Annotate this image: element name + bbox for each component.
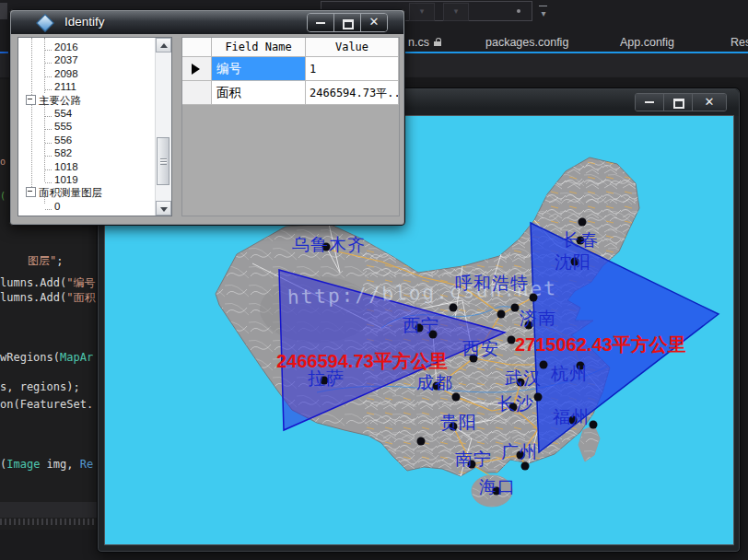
maximize-icon	[673, 99, 684, 109]
city-label-福州: 福州	[553, 405, 590, 429]
city-dot	[511, 304, 520, 312]
identify-title: Identify	[64, 15, 105, 29]
identify-titlebar[interactable]: Identify ✕	[11, 11, 403, 34]
code-fragment: s, regions);	[0, 380, 80, 393]
city-label-呼和浩特: 呼和浩特	[455, 272, 529, 296]
tree-item-1019[interactable]: 1019	[18, 173, 78, 186]
map-canvas[interactable]: http://blog.csdn.net 乌鲁木齐长春沈阳呼和浩特济南西宁西安拉…	[104, 115, 734, 545]
city-label-长沙: 长沙	[497, 392, 534, 416]
tree-connector	[45, 150, 52, 157]
identify-diamond-icon	[36, 14, 54, 32]
screen: ▾ ▾ ▾ N n.cs packages.config App.config …	[0, 0, 748, 560]
cell-value-mianji[interactable]: 2466594.73平...	[306, 81, 399, 105]
grid-row-2[interactable]: 面积 2466594.73平...	[182, 81, 399, 105]
tree-connector	[45, 204, 52, 210]
tree-connector	[45, 164, 52, 170]
city-dot	[530, 294, 538, 302]
city-label-乌鲁木齐: 乌鲁木齐	[292, 233, 366, 257]
tree-item-554[interactable]: 554	[18, 107, 72, 120]
tree-item-555[interactable]: 555	[18, 120, 72, 133]
city-dot	[590, 421, 598, 429]
tree-item-556[interactable]: 556	[18, 134, 72, 146]
city-label-广州: 广州	[501, 440, 538, 464]
map-window: ✕	[97, 88, 741, 553]
identify-maximize-button[interactable]	[334, 14, 361, 31]
arrow-up-icon	[160, 43, 168, 48]
code-fragment: (Image img, Re	[0, 458, 93, 471]
combobox-dot-icon	[517, 9, 520, 13]
tree-item-label: 主要公路	[39, 95, 81, 106]
map-window-controls: ✕	[635, 93, 727, 111]
toolbar-overflow-chevron-icon[interactable]: ▾	[538, 9, 549, 18]
tree-item-2111[interactable]: 2111	[18, 80, 76, 93]
city-label-成都: 成都	[416, 371, 453, 395]
tree-connector	[45, 111, 52, 117]
city-dot	[534, 393, 543, 402]
identify-minimize-button[interactable]	[308, 14, 334, 31]
tree-item-1018[interactable]: 1018	[18, 160, 78, 173]
tree-item-label: 555	[54, 121, 72, 132]
close-icon: ✕	[361, 14, 387, 31]
cell-value-bianhao[interactable]: 1	[306, 57, 399, 81]
tree-item-label: 面积测量图层	[39, 187, 102, 198]
current-row-arrow-icon	[192, 64, 200, 75]
row-header-2[interactable]	[182, 81, 212, 105]
city-dot	[417, 438, 426, 446]
city-dot	[497, 310, 506, 319]
tree-connector	[45, 44, 52, 51]
collapse-box-icon[interactable]	[26, 95, 36, 105]
map-labels-layer: 乌鲁木齐长春沈阳呼和浩特济南西宁西安拉萨成都武汉杭州长沙贵阳福州南宁广州海口24…	[105, 116, 733, 544]
code-fragment: lumns.Add("面积	[0, 290, 95, 306]
tree-connector	[45, 57, 52, 64]
city-dot	[450, 304, 458, 312]
minimize-icon	[316, 22, 325, 24]
tree-item-2016[interactable]: 2016	[18, 41, 78, 53]
splitter-dots[interactable]	[0, 519, 103, 525]
collapse-box-icon[interactable]	[26, 187, 36, 197]
lock-icon	[434, 38, 442, 46]
grid-row-1[interactable]: 编号 1	[182, 57, 399, 81]
tree-item-label: 2098	[54, 68, 78, 79]
toolbar-dropdown-2[interactable]: ▾	[443, 3, 469, 21]
vs-menu-icon	[0, 3, 7, 19]
tree-item-2037[interactable]: 2037	[18, 53, 78, 66]
tree-connector	[45, 84, 52, 90]
tree-item-label: 1019	[54, 174, 78, 185]
tree-item-主要公路[interactable]: 主要公路	[18, 94, 81, 107]
tree-item-label: 2016	[54, 41, 78, 52]
area-measurement-label-1: 2466594.73平方公里	[276, 349, 448, 374]
city-label-济南: 济南	[520, 307, 556, 331]
tab-ncs[interactable]: n.cs	[408, 36, 442, 49]
area-measurement-label-2: 2715062.43平方公里	[515, 332, 686, 357]
toolbar-dropdown-1[interactable]: ▾	[409, 3, 435, 21]
tab-app-config[interactable]: App.config	[620, 36, 674, 49]
tree-item-label: 1018	[54, 161, 78, 172]
tree-item-面积测量图层[interactable]: 面积测量图层	[18, 186, 102, 199]
cell-field-bianhao[interactable]: 编号	[212, 57, 306, 81]
city-label-沈阳: 沈阳	[555, 251, 591, 274]
map-close-button[interactable]: ✕	[693, 94, 726, 111]
tree-item-582[interactable]: 582	[18, 146, 72, 159]
column-header-field-name[interactable]: Field Name	[212, 38, 306, 57]
code-margin-fragment: o	[0, 157, 6, 167]
tree-item-0[interactable]: 0	[18, 200, 60, 213]
output-panel	[0, 530, 103, 560]
identify-close-button[interactable]: ✕	[361, 14, 387, 31]
map-minimize-button[interactable]	[636, 94, 664, 111]
scroll-up-button[interactable]	[156, 38, 171, 52]
code-margin-fragment: (	[0, 191, 6, 201]
city-label-西安: 西安	[462, 337, 499, 361]
grid-corner-cell[interactable]	[182, 38, 212, 57]
city-label-长春: 长春	[562, 228, 599, 252]
cell-field-mianji[interactable]: 面积	[212, 81, 306, 105]
tree-connector	[45, 123, 52, 130]
map-maximize-button[interactable]	[664, 94, 693, 111]
tree-item-label: 556	[54, 134, 72, 146]
tree-item-2098[interactable]: 2098	[18, 67, 78, 80]
tab-packages-config[interactable]: packages.config	[485, 36, 568, 49]
column-header-value[interactable]: Value	[306, 38, 399, 57]
close-icon: ✕	[693, 94, 726, 111]
row-header-current[interactable]	[182, 57, 212, 81]
tab-resources[interactable]: Reso	[730, 36, 748, 49]
identify-window-controls: ✕	[307, 13, 388, 32]
